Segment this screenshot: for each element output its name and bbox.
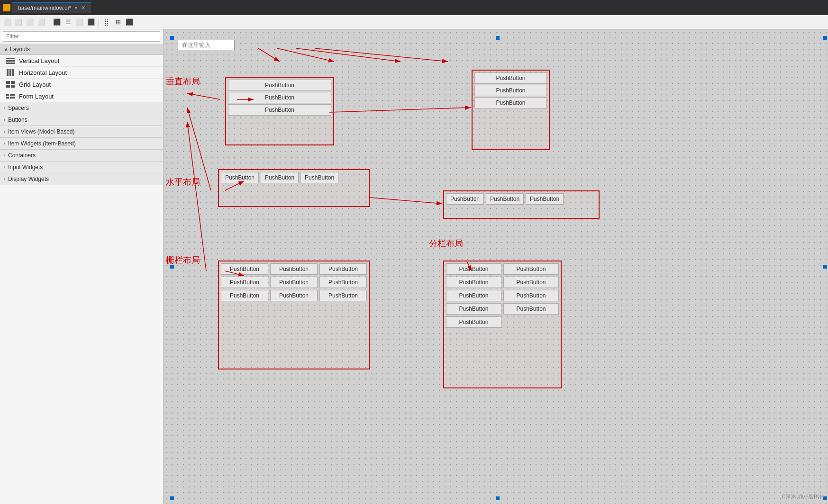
tab-close-button[interactable]: ✕ <box>81 5 85 11</box>
selection-handle-mr <box>823 265 827 269</box>
push-btn-g1-4[interactable]: PushButton <box>221 277 268 288</box>
title-bar: base/mainwindow.ui* ▾ ✕ <box>0 0 828 15</box>
push-btn-h1-1[interactable]: PushButton <box>221 172 259 183</box>
svg-line-10 <box>258 48 280 62</box>
sidebar-item-grid-layout[interactable]: Grid Layout <box>0 79 163 90</box>
vertical-layout-label: Vertical Layout <box>19 57 59 64</box>
grid-layout-label: Grid Layout <box>19 81 51 88</box>
push-btn-v1-3[interactable]: PushButton <box>228 104 331 116</box>
layouts-section-label: Layouts <box>10 46 30 53</box>
widget-tree: ∨ Layouts Vertical Layout <box>0 44 163 504</box>
sidebar-item-vertical-layout[interactable]: Vertical Layout <box>0 55 163 67</box>
tab-dropdown-arrow[interactable]: ▾ <box>75 5 77 10</box>
sidebar-item-spacers[interactable]: › Spacers <box>0 102 163 114</box>
filter-bar <box>0 29 163 44</box>
svg-line-5 <box>187 108 211 190</box>
push-btn-s1-7[interactable]: PushButton <box>446 303 501 315</box>
selection-handle-bm <box>496 496 500 500</box>
filter-input[interactable] <box>3 31 160 42</box>
item-views-chevron: › <box>4 129 5 134</box>
push-btn-v2-2[interactable]: PushButton <box>474 85 547 96</box>
push-btn-s1-3[interactable]: PushButton <box>446 277 501 288</box>
toolbar-btn-3[interactable]: ⬜ <box>25 17 35 27</box>
toolbar-btn-1[interactable]: ⬜ <box>2 17 12 27</box>
watermark: CSDN @小智Byte <box>782 493 824 500</box>
tab-filename: base/mainwindow.ui* <box>18 5 71 11</box>
title-tab[interactable]: base/mainwindow.ui* ▾ ✕ <box>12 2 91 13</box>
split-annotation: 分栏布局 <box>429 238 463 249</box>
grid-layout-icon <box>6 81 15 88</box>
push-btn-v1-2[interactable]: PushButton <box>228 92 331 103</box>
push-btn-v1-1[interactable]: PushButton <box>228 80 331 91</box>
push-btn-g1-1[interactable]: PushButton <box>221 263 268 275</box>
push-btn-g1-2[interactable]: PushButton <box>270 263 318 275</box>
spacers-chevron: › <box>4 106 5 110</box>
sidebar-item-form-layout[interactable]: Form Layout <box>0 90 163 102</box>
canvas-area[interactable]: 垂直布局 PushButton PushButton PushButton Pu… <box>164 29 828 504</box>
push-btn-s1-5[interactable]: PushButton <box>446 290 501 301</box>
app-icon <box>3 4 10 11</box>
push-btn-v2-3[interactable]: PushButton <box>474 97 547 108</box>
toolbar-align-top[interactable]: ⬛ <box>86 17 96 27</box>
push-btn-s1-4[interactable]: PushButton <box>503 277 559 288</box>
sidebar-item-horizontal-layout[interactable]: Horizontal Layout <box>0 67 163 79</box>
grid-layout-box: PushButton PushButton PushButton PushBut… <box>218 261 370 369</box>
push-btn-g1-5[interactable]: PushButton <box>270 277 318 288</box>
toolbar-grid[interactable]: ⣿ <box>101 17 112 27</box>
sidebar-item-display-widgets[interactable]: › Display Widgets <box>0 173 163 185</box>
push-btn-g1-8[interactable]: PushButton <box>270 290 318 301</box>
horizontal-group-2: PushButton PushButton PushButton <box>444 191 599 207</box>
layouts-section-header[interactable]: ∨ Layouts <box>0 44 163 55</box>
push-btn-s1-9[interactable]: PushButton <box>446 316 501 328</box>
toolbar-preview[interactable]: ⬛ <box>124 17 135 27</box>
form-layout-label: Form Layout <box>19 93 54 100</box>
toolbar-align-left[interactable]: ⬛ <box>52 17 62 27</box>
selection-handle-tr <box>823 36 827 40</box>
horizontal-annotation: 水平布局 <box>166 176 200 188</box>
item-widgets-label: Item Widgets (Item-Based) <box>8 140 76 147</box>
svg-line-2 <box>187 93 220 99</box>
push-btn-h1-3[interactable]: PushButton <box>300 172 338 183</box>
split-layout-box: PushButton PushButton PushButton PushBut… <box>443 261 562 388</box>
svg-line-8 <box>187 122 206 271</box>
split-group-1: PushButton PushButton PushButton PushBut… <box>444 261 561 330</box>
sidebar-item-buttons[interactable]: › Buttons <box>0 114 163 126</box>
layouts-chevron: ∨ <box>4 46 8 53</box>
push-btn-s1-1[interactable]: PushButton <box>446 263 501 275</box>
selection-handle-bl <box>170 496 174 500</box>
push-btn-s1-6[interactable]: PushButton <box>503 290 559 301</box>
vertical-layout-box-1: PushButton PushButton PushButton <box>225 77 334 145</box>
vertical-annotation: 垂直布局 <box>166 76 200 87</box>
toolbar-align-center[interactable]: ☰ <box>63 17 73 27</box>
vertical-layout-icon <box>6 57 15 64</box>
push-btn-g1-6[interactable]: PushButton <box>319 277 367 288</box>
push-btn-s1-2[interactable]: PushButton <box>503 263 559 275</box>
sidebar-item-containers[interactable]: › Containers <box>0 150 163 162</box>
push-btn-g1-7[interactable]: PushButton <box>221 290 268 301</box>
sidebar-item-item-widgets[interactable]: › Item Widgets (Item-Based) <box>0 138 163 150</box>
item-widgets-chevron: › <box>4 141 5 146</box>
push-btn-g1-3[interactable]: PushButton <box>319 263 367 275</box>
toolbar-align-right[interactable]: ⬜ <box>74 17 85 27</box>
containers-chevron: › <box>4 153 5 158</box>
toolbar-btn-2[interactable]: ⬜ <box>13 17 24 27</box>
push-btn-v2-1[interactable]: PushButton <box>474 72 547 84</box>
push-btn-h1-2[interactable]: PushButton <box>261 172 299 183</box>
buttons-label: Buttons <box>8 117 27 123</box>
push-btn-h2-1[interactable]: PushButton <box>446 193 484 205</box>
form-layout-icon <box>6 92 15 100</box>
push-btn-g1-9[interactable]: PushButton <box>319 290 367 301</box>
sidebar-item-input-widgets[interactable]: › Input Widgets <box>0 162 163 173</box>
push-btn-s1-8[interactable]: PushButton <box>503 303 559 315</box>
svg-line-6 <box>370 198 442 204</box>
horizontal-layout-icon <box>6 69 15 76</box>
toolbar-snap[interactable]: ⊞ <box>113 17 123 27</box>
push-btn-h2-2[interactable]: PushButton <box>486 193 524 205</box>
horizontal-layout-box-1: PushButton PushButton PushButton <box>218 169 370 207</box>
canvas-top-input[interactable] <box>178 40 235 50</box>
sidebar-item-item-views[interactable]: › Item Views (Model-Based) <box>0 126 163 138</box>
push-btn-h2-3[interactable]: PushButton <box>526 193 564 205</box>
toolbar-sep-1 <box>49 18 49 27</box>
svg-line-12 <box>296 48 400 62</box>
toolbar-btn-4[interactable]: ⬜ <box>36 17 46 27</box>
